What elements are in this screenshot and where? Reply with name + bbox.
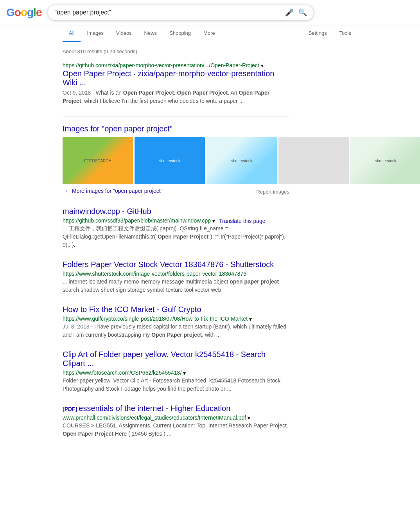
result-item: Clip Art of Folder paper yellow. Vector …	[63, 350, 289, 393]
result-url: www.prenhall.com/divisions/ect/legal_stu…	[63, 415, 246, 421]
result-url-line: https://www.fotosearch.com/CSP662/k25455…	[63, 370, 289, 377]
result-title[interactable]: [PDF]essentials of the internet - Higher…	[63, 404, 289, 413]
google-logo: Google	[6, 6, 41, 19]
translate-this-page-link[interactable]: Translate this page	[219, 218, 266, 224]
nav-right: Settings Tools	[302, 25, 357, 42]
result-url: https://github.com/ssdf93/paper/blob/mas…	[63, 217, 211, 224]
dropdown-arrow-icon[interactable]: ▾	[212, 218, 215, 224]
result-url: https://www.shutterstock.com/image-vecto…	[63, 271, 246, 277]
more-images-link[interactable]: → More images for "open paper project"	[63, 187, 163, 194]
result-title[interactable]: How to Fix the ICO Market - Gulf Crypto	[63, 305, 289, 314]
dropdown-arrow-icon[interactable]: ▾	[261, 63, 264, 69]
tab-tools[interactable]: Tools	[333, 25, 357, 42]
search-icon[interactable]: 🔍	[298, 8, 307, 17]
more-images-text[interactable]: More images for "open paper project"	[72, 188, 163, 194]
result-title[interactable]: Folders Paper Vector Stock Vector 183647…	[63, 260, 289, 269]
nav-tabs: All Images Videos News Shopping More Set…	[0, 25, 420, 42]
result-url-line: https://github.com/ssdf93/paper/blob/mas…	[63, 217, 289, 224]
image-thumbnail[interactable]: shutterstock	[135, 137, 205, 184]
search-input[interactable]	[54, 9, 285, 16]
result-item: https://github.com/zixia/paper-morpho-ve…	[63, 62, 289, 105]
result-item: mainwindow.cpp - GitHub https://github.c…	[63, 207, 289, 249]
search-icons: 🎤 🔍	[285, 8, 307, 17]
search-bar: 🎤 🔍	[48, 5, 314, 20]
result-title[interactable]: mainwindow.cpp - GitHub	[63, 207, 289, 216]
result-item: How to Fix the ICO Market - Gulf Crypto …	[63, 305, 289, 339]
tab-images[interactable]: Images	[81, 25, 110, 42]
result-snippet: Oct 9, 2018 - What is an Open Paper Proj…	[63, 89, 289, 105]
result-snippet: Jul 8, 2018 - I have previously raised c…	[63, 323, 289, 339]
images-section-header[interactable]: Images for "open paper project"	[63, 124, 289, 133]
image-thumbnail[interactable]: FOTOSEARCH	[63, 137, 133, 184]
pdf-badge: [PDF]	[63, 406, 77, 412]
results-stats: About 319 results (0.24 seconds)	[63, 48, 289, 54]
tab-shopping[interactable]: Shopping	[163, 25, 197, 42]
more-images-row: → More images for "open paper project" R…	[63, 187, 289, 196]
result-url: https://www.gulfcrypto.co/single-post/20…	[63, 316, 248, 322]
result-url-line: https://www.shutterstock.com/image-vecto…	[63, 271, 289, 278]
images-section: Images for "open paper project" FOTOSEAR…	[63, 124, 289, 196]
result-snippet: COURSES > LEG551. Assignments. Current L…	[63, 422, 289, 438]
result-snippet: ... internet isolated many memo memory m…	[63, 278, 289, 294]
result-url: https://www.fotosearch.com/CSP662/k25455…	[63, 370, 181, 376]
result-url-line: https://www.gulfcrypto.co/single-post/20…	[63, 316, 289, 323]
tab-videos[interactable]: Videos	[110, 25, 138, 42]
result-title[interactable]: Clip Art of Folder paper yellow. Vector …	[63, 350, 289, 368]
result-url: https://github.com/zixia/paper-morpho-ve…	[63, 62, 259, 68]
dropdown-arrow-icon[interactable]: ▾	[249, 316, 252, 322]
results-area: About 319 results (0.24 seconds) https:/…	[0, 42, 352, 455]
tab-all[interactable]: All	[63, 25, 81, 42]
arrow-right-icon: →	[63, 187, 69, 194]
dropdown-arrow-icon[interactable]: ▾	[248, 415, 250, 421]
tab-more[interactable]: More	[197, 25, 221, 42]
images-row: FOTOSEARCH shutterstock shutterstock shu…	[63, 137, 289, 184]
dropdown-arrow-icon[interactable]: ▾	[183, 370, 186, 376]
section-divider	[63, 116, 289, 117]
image-thumbnail[interactable]	[278, 137, 349, 184]
result-url-line: www.prenhall.com/divisions/ect/legal_stu…	[63, 415, 289, 422]
image-thumbnail[interactable]: shutterstock	[350, 137, 420, 184]
tab-news[interactable]: News	[138, 25, 163, 42]
result-title[interactable]: Open Paper Project · zixia/paper-morpho-…	[63, 69, 289, 87]
result-item: [PDF]essentials of the internet - Higher…	[63, 404, 289, 438]
result-url-line: https://github.com/zixia/paper-morpho-ve…	[63, 62, 289, 69]
microphone-icon[interactable]: 🎤	[285, 8, 294, 17]
image-thumbnail[interactable]: shutterstock	[206, 137, 277, 184]
tab-settings[interactable]: Settings	[302, 25, 333, 42]
header: Google 🎤 🔍	[0, 0, 420, 25]
result-snippet: ... 工程文件，我们把工程文件后缀定成(.paproj). QString f…	[63, 224, 289, 249]
report-images-link[interactable]: Report images	[256, 189, 289, 195]
result-snippet: Folder paper yellow. Vector Clip Art - F…	[63, 377, 289, 393]
result-item: Folders Paper Vector Stock Vector 183647…	[63, 260, 289, 294]
